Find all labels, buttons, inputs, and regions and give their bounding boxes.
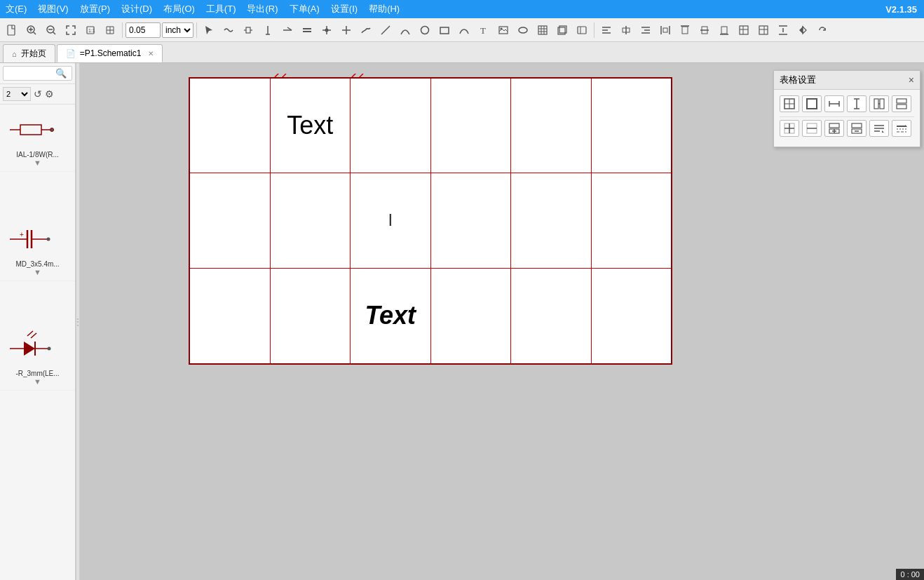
ellipse-button[interactable] (514, 21, 532, 39)
arc-button[interactable] (396, 21, 414, 39)
cell-0-5[interactable] (592, 79, 672, 173)
menu-settings[interactable]: 设置(I) (325, 1, 363, 17)
schematic-table[interactable]: Text I (189, 77, 672, 365)
search-input[interactable] (6, 69, 55, 79)
cell-1-4[interactable] (511, 173, 592, 267)
text-button[interactable]: T (475, 21, 493, 39)
grid-value-input[interactable] (125, 22, 161, 38)
menu-layout[interactable]: 布局(O) (158, 1, 201, 17)
align-middle-h-button[interactable] (695, 21, 714, 39)
fit-button[interactable] (62, 21, 80, 39)
component-item-2[interactable]: + MD_3x5.4m... ▼ (0, 214, 75, 281)
menu-file[interactable]: 文(E) (0, 1, 32, 17)
menu-view[interactable]: 视图(V) (32, 1, 74, 17)
column-button[interactable] (754, 21, 773, 39)
border-all-button[interactable] (780, 95, 799, 112)
expand-icon-1[interactable]: ▼ (34, 159, 41, 167)
menu-export[interactable]: 导出(R) (241, 1, 283, 17)
component-item-1[interactable]: IAL-1/8W(R... ▼ (0, 104, 75, 172)
multi-sheet-button[interactable] (553, 21, 571, 39)
image-button[interactable] (494, 21, 512, 39)
menu-order[interactable]: 下单(A) (284, 1, 325, 17)
circle-button[interactable] (416, 21, 434, 39)
table-button[interactable] (534, 21, 552, 39)
cell-2-0[interactable] (190, 269, 271, 363)
cell-0-0[interactable] (190, 79, 271, 173)
power-button[interactable] (259, 21, 277, 39)
cell-1-5[interactable] (592, 173, 672, 267)
wire-button[interactable] (219, 21, 238, 39)
bus-button[interactable] (298, 21, 316, 39)
net-button[interactable] (278, 21, 297, 39)
cell-2-5[interactable] (592, 269, 672, 363)
tab-close-icon[interactable]: ✕ (148, 50, 154, 58)
part-button[interactable] (573, 21, 591, 39)
svg-rect-37 (578, 27, 586, 34)
distribute-v-button[interactable] (774, 21, 792, 39)
filter-select[interactable]: 2 1 3 (3, 87, 31, 101)
zoom-in-button[interactable] (22, 21, 41, 39)
cell-1-1[interactable] (271, 173, 351, 267)
bezier-button[interactable] (455, 21, 473, 39)
cell-1-0[interactable] (190, 173, 271, 267)
cell-2-4[interactable] (511, 269, 592, 363)
delete-row-button[interactable] (847, 120, 867, 137)
menu-help[interactable]: 帮助(H) (363, 1, 405, 17)
cell-0-3[interactable] (431, 79, 512, 173)
panel-close-button[interactable]: × (909, 74, 914, 86)
expand-icon-2[interactable]: ▼ (34, 268, 41, 276)
component-button[interactable] (239, 21, 257, 39)
merge-cell-button[interactable] (869, 95, 889, 112)
cell-0-4[interactable] (511, 79, 592, 173)
cell-2-1[interactable] (271, 269, 351, 363)
grid-button[interactable] (101, 21, 119, 39)
svg-rect-51 (682, 27, 688, 34)
align-dropdown-button[interactable] (869, 120, 889, 137)
menu-place[interactable]: 放置(P) (74, 1, 116, 17)
cell-1-3[interactable] (431, 173, 512, 267)
canvas-area[interactable]: Text I (80, 63, 924, 580)
settings-icon[interactable]: ⚙ (45, 88, 54, 100)
align-left-button[interactable] (597, 21, 616, 39)
align-top-button[interactable] (676, 21, 694, 39)
cell-2-3[interactable] (431, 269, 512, 363)
freehand-button[interactable] (357, 21, 375, 39)
new-button[interactable] (3, 21, 21, 39)
menu-design[interactable]: 设计(D) (116, 1, 158, 17)
line-style-dropdown-button[interactable] (892, 120, 911, 137)
cell-2-2[interactable]: Text (351, 269, 431, 363)
align-center-v-button[interactable] (617, 21, 635, 39)
unit-select[interactable]: inch mm mil (162, 22, 193, 38)
expand-icon-3[interactable]: ▼ (34, 377, 41, 386)
tab-schematic[interactable]: 📄 =P1.Schematic1 ✕ (57, 44, 163, 62)
cell-1-2[interactable]: I (351, 173, 431, 267)
left-search-area: 🔍 (0, 63, 75, 84)
line-button[interactable] (376, 21, 395, 39)
cross-button[interactable] (337, 21, 355, 39)
menu-tools[interactable]: 工具(T) (201, 1, 242, 17)
border-h-button[interactable] (802, 120, 822, 137)
cell-0-1[interactable]: Text (271, 79, 351, 173)
rotate-button[interactable] (813, 21, 831, 39)
col-width-button[interactable] (824, 95, 844, 112)
align-bottom-button[interactable] (715, 21, 733, 39)
refresh-icon[interactable]: ↺ (34, 88, 42, 100)
border-outer-button[interactable] (802, 95, 822, 112)
junction-button[interactable] (318, 21, 336, 39)
cell-0-2[interactable] (351, 79, 431, 173)
select-button[interactable] (200, 21, 218, 39)
rect-button[interactable] (435, 21, 454, 39)
table2-button[interactable] (735, 21, 753, 39)
component-item-3[interactable]: -R_3mm(LE... ▼ (0, 323, 75, 391)
row-height-button[interactable] (847, 95, 867, 112)
actual-size-button[interactable]: 1:1 (81, 21, 100, 39)
search-icon[interactable]: 🔍 (55, 68, 67, 79)
zoom-out-button[interactable] (42, 21, 60, 39)
border-inner-button[interactable] (780, 120, 799, 137)
split-cell-button[interactable] (892, 95, 911, 112)
distribute-h-button[interactable] (656, 21, 674, 39)
tab-home[interactable]: ⌂ 开始页 (3, 44, 55, 62)
insert-row-button[interactable] (824, 120, 844, 137)
align-right-button[interactable] (637, 21, 655, 39)
flip-h-button[interactable] (794, 21, 812, 39)
